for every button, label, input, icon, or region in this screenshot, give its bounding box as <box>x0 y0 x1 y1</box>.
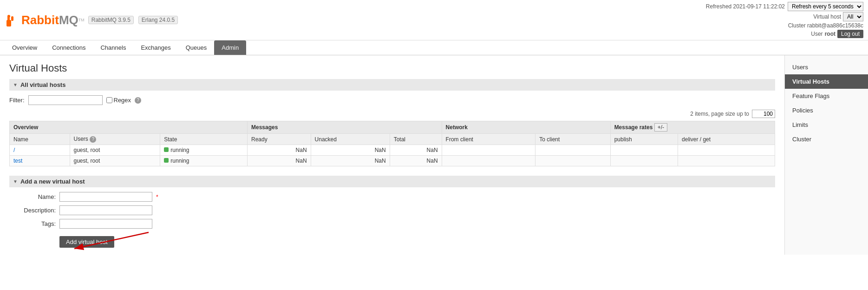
th-publish: publish <box>610 134 678 145</box>
vhost-to-client <box>535 156 610 166</box>
description-input[interactable] <box>59 205 152 215</box>
vhost-publish <box>610 145 678 156</box>
add-section-arrow-icon: ▼ <box>13 179 18 184</box>
rabbitmq-version: RabbitMQ 3.9.5 <box>88 16 134 24</box>
name-input[interactable] <box>59 192 152 202</box>
status-dot-running <box>164 158 169 163</box>
sidebar-item-users[interactable]: Users <box>785 60 868 74</box>
vhost-name[interactable]: test <box>10 156 70 166</box>
add-vhost-section-header[interactable]: ▼ Add a new virtual host <box>9 176 775 187</box>
sidebar-item-feature-flags[interactable]: Feature Flags <box>785 89 868 103</box>
logo-rabbit: Rabbit <box>21 13 59 27</box>
table-row: test guest, root running NaN NaN NaN <box>10 156 775 166</box>
th-state: State <box>160 134 248 145</box>
vhost-state: running <box>160 156 248 166</box>
col-group-overview: Overview <box>10 121 248 134</box>
th-unacked: Unacked <box>311 134 390 145</box>
svg-point-3 <box>7 15 10 18</box>
regex-label[interactable]: Regex <box>106 97 131 104</box>
vhost-total: NaN <box>390 145 442 156</box>
vhost-unacked: NaN <box>311 156 390 166</box>
vhost-users: guest, root <box>70 156 160 166</box>
sidebar-item-policies[interactable]: Policies <box>785 103 868 118</box>
description-form-row: Description: <box>9 205 775 215</box>
svg-rect-2 <box>11 16 13 21</box>
th-total: Total <box>390 134 442 145</box>
vhost-unacked: NaN <box>311 145 390 156</box>
vhost-ready: NaN <box>247 156 311 166</box>
logout-button[interactable]: Log out <box>837 30 863 38</box>
page-size-input[interactable]: 100 <box>752 110 775 118</box>
tags-form-row: Tags: <box>9 219 775 229</box>
nav-admin[interactable]: Admin <box>214 40 246 55</box>
th-deliver-get: deliver / get <box>678 134 775 145</box>
filter-input[interactable] <box>28 95 103 105</box>
regex-checkbox[interactable] <box>106 97 112 103</box>
collapse-arrow-icon: ▼ <box>13 82 18 87</box>
nav-connections[interactable]: Connections <box>45 40 93 55</box>
status-dot-running <box>164 147 169 152</box>
th-to-client: To client <box>535 134 610 145</box>
regex-text: Regex <box>114 97 131 104</box>
sidebar-item-virtual-hosts[interactable]: Virtual Hosts <box>785 74 868 89</box>
th-name: Name <box>10 134 70 145</box>
vhost-ready: NaN <box>247 145 311 156</box>
user-label: User <box>811 31 822 37</box>
regex-help-icon[interactable]: ? <box>135 97 141 104</box>
cluster-label: Cluster <box>788 22 806 29</box>
nav-exchanges[interactable]: Exchanges <box>133 40 178 55</box>
vhost-state: running <box>160 145 248 156</box>
vhost-publish <box>610 156 678 166</box>
vhost-total: NaN <box>390 156 442 166</box>
sidebar: Users Virtual Hosts Feature Flags Polici… <box>784 55 868 255</box>
vhost-to-client <box>535 145 610 156</box>
vhost-label: Virtual host <box>813 13 841 20</box>
name-label: Name: <box>9 193 56 200</box>
vhost-from-client <box>442 145 535 156</box>
vhosts-table: Overview Messages Network Message rates … <box>9 121 775 166</box>
rabbit-logo-icon <box>5 12 21 28</box>
th-from-client: From client <box>442 134 535 145</box>
users-help-icon[interactable]: ? <box>90 136 96 143</box>
user-value: root <box>825 31 835 37</box>
nav-queues[interactable]: Queues <box>178 40 215 55</box>
page-size-label: 2 items, page size up to <box>690 111 749 117</box>
all-vhosts-section-header[interactable]: ▼ All virtual hosts <box>9 79 775 91</box>
tags-input[interactable] <box>59 219 152 229</box>
page-title: Virtual Hosts <box>9 62 775 74</box>
refreshed-timestamp: Refreshed 2021-09-17 11:22:02 <box>706 3 785 10</box>
required-star: * <box>156 194 158 200</box>
filter-label: Filter: <box>9 97 25 104</box>
col-group-messages: Messages <box>247 121 442 134</box>
name-form-row: Name: * <box>9 192 775 202</box>
svg-rect-0 <box>7 20 11 26</box>
main-nav: Overview Connections Channels Exchanges … <box>0 40 868 55</box>
vhost-from-client <box>442 156 535 166</box>
add-vhost-button[interactable]: Add virtual host <box>59 236 114 248</box>
col-group-network: Network <box>442 121 610 134</box>
vhost-deliver-get <box>678 156 775 166</box>
cluster-value: rabbit@aa886c15638c <box>807 22 863 29</box>
add-vhost-section: ▼ Add a new virtual host Name: * Descrip… <box>9 176 775 248</box>
vhost-users: guest, root <box>70 145 160 156</box>
logo-mq: MQ <box>59 13 78 27</box>
col-group-message-rates: Message rates +/- <box>610 121 775 134</box>
refresh-interval-select[interactable]: Refresh every 5 seconds <box>788 2 863 11</box>
description-label: Description: <box>9 207 56 214</box>
tags-label: Tags: <box>9 220 56 227</box>
add-section-title: Add a new virtual host <box>20 178 85 185</box>
logo-tm: TM <box>78 18 85 22</box>
th-users: Users ? <box>70 134 160 145</box>
sidebar-item-limits[interactable]: Limits <box>785 118 868 132</box>
vhost-name[interactable]: / <box>10 145 70 156</box>
nav-channels[interactable]: Channels <box>93 40 133 55</box>
table-row: / guest, root running NaN NaN NaN <box>10 145 775 156</box>
nav-overview[interactable]: Overview <box>5 40 45 55</box>
vhost-select[interactable]: All <box>843 12 863 21</box>
all-vhosts-title: All virtual hosts <box>20 81 66 88</box>
plus-minus-button[interactable]: +/- <box>654 123 667 132</box>
th-ready: Ready <box>247 134 311 145</box>
erlang-version: Erlang 24.0.5 <box>138 16 178 24</box>
sidebar-item-cluster[interactable]: Cluster <box>785 132 868 146</box>
vhost-deliver-get <box>678 145 775 156</box>
